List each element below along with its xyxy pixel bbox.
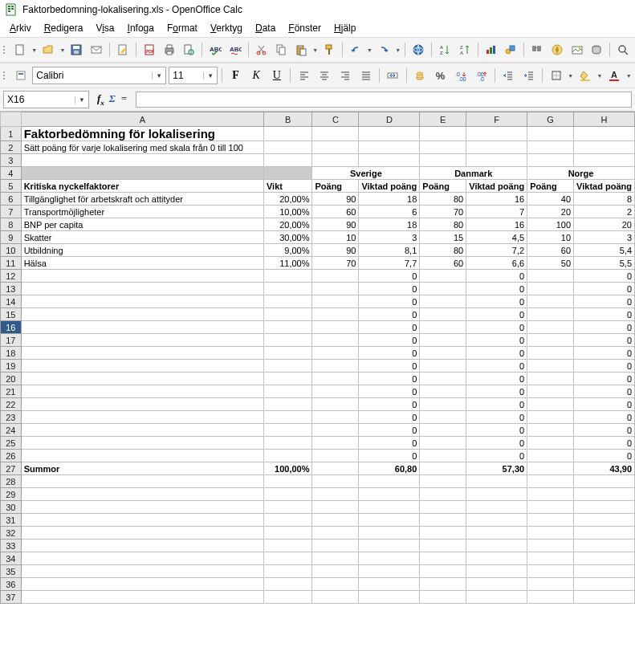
cell[interactable] <box>21 411 263 424</box>
cell[interactable]: 0 <box>466 295 527 308</box>
cell[interactable]: Sätt poäng för varje lokalisering med sk… <box>21 141 263 154</box>
cell[interactable]: 0 <box>574 450 635 462</box>
cell[interactable] <box>263 488 311 501</box>
cell[interactable] <box>312 334 359 347</box>
cell[interactable] <box>21 527 263 540</box>
cell[interactable]: 20,00% <box>263 193 311 206</box>
menu-infoga[interactable]: Infoga <box>123 21 159 35</box>
cell[interactable]: 6 <box>359 206 420 218</box>
cell[interactable] <box>527 488 574 501</box>
cell[interactable] <box>420 552 466 565</box>
row-header[interactable]: 34 <box>1 552 22 565</box>
cell[interactable] <box>263 321 311 334</box>
cell[interactable] <box>527 501 574 514</box>
cell[interactable] <box>420 411 466 424</box>
cell[interactable] <box>359 578 420 591</box>
cell[interactable]: 0 <box>574 347 635 360</box>
cell[interactable] <box>527 540 574 552</box>
cell[interactable] <box>263 552 311 565</box>
decrease-indent-button[interactable] <box>499 66 518 85</box>
cell[interactable]: Viktad poäng <box>359 180 420 193</box>
row-header[interactable]: 32 <box>1 527 22 540</box>
cell[interactable]: 0 <box>574 295 635 308</box>
cell[interactable]: 100,00% <box>263 462 311 475</box>
cell[interactable] <box>420 475 466 488</box>
toolbar-grip[interactable] <box>3 67 8 83</box>
cell[interactable]: 80 <box>420 244 466 257</box>
cell[interactable] <box>466 141 527 154</box>
cell[interactable] <box>21 334 263 347</box>
row-header[interactable]: 15 <box>1 308 22 321</box>
cell[interactable] <box>263 450 311 462</box>
cell[interactable] <box>527 295 574 308</box>
row-header[interactable]: 14 <box>1 295 22 308</box>
cell[interactable] <box>527 450 574 462</box>
cell[interactable]: 0 <box>466 450 527 462</box>
cell[interactable]: 5,5 <box>574 257 635 270</box>
row-header[interactable]: 16 <box>1 321 22 334</box>
cell[interactable]: 10 <box>527 231 574 244</box>
fill-color-dropdown[interactable]: ▼ <box>596 67 603 84</box>
cell[interactable] <box>420 308 466 321</box>
undo-button[interactable] <box>347 40 364 59</box>
menu-fonster[interactable]: Fönster <box>283 21 326 35</box>
cell[interactable] <box>263 565 311 578</box>
borders-dropdown[interactable]: ▼ <box>568 67 574 84</box>
cell[interactable] <box>312 154 359 167</box>
row-header[interactable]: 37 <box>1 591 22 604</box>
cell[interactable]: 0 <box>359 321 420 334</box>
cell[interactable] <box>359 475 420 488</box>
cell[interactable] <box>263 283 311 295</box>
cell[interactable] <box>263 398 311 411</box>
cell[interactable]: 15 <box>420 231 466 244</box>
cell[interactable]: 43,90 <box>574 462 635 475</box>
cell[interactable]: 90 <box>312 218 359 231</box>
cell[interactable] <box>21 514 263 527</box>
row-header[interactable]: 26 <box>1 450 22 462</box>
cell[interactable]: 16 <box>466 218 527 231</box>
datasources-button[interactable] <box>588 40 605 59</box>
cell[interactable] <box>574 540 635 552</box>
sort-desc-button[interactable]: ZA <box>456 40 474 59</box>
cell[interactable] <box>527 154 574 167</box>
cell[interactable] <box>312 321 359 334</box>
row-header[interactable]: 7 <box>1 206 22 218</box>
cell[interactable] <box>312 488 359 501</box>
cell[interactable] <box>420 295 466 308</box>
cell[interactable]: 0 <box>574 385 635 398</box>
cell[interactable] <box>21 385 263 398</box>
cell[interactable]: 0 <box>359 398 420 411</box>
cell[interactable] <box>420 437 466 450</box>
cell[interactable] <box>466 488 527 501</box>
cell[interactable] <box>312 373 359 385</box>
cell[interactable]: 10,00% <box>263 206 311 218</box>
cell[interactable]: 60 <box>420 257 466 270</box>
cell[interactable]: 0 <box>359 437 420 450</box>
styles-button[interactable] <box>12 66 31 85</box>
cell[interactable] <box>527 437 574 450</box>
spellcheck-button[interactable]: ABC <box>206 40 224 59</box>
cell[interactable] <box>420 141 466 154</box>
cell[interactable]: 0 <box>359 308 420 321</box>
cell[interactable] <box>527 127 574 141</box>
cell[interactable]: 11,00% <box>263 257 311 270</box>
cell[interactable]: 0 <box>359 385 420 398</box>
row-header[interactable]: 23 <box>1 411 22 424</box>
cell[interactable] <box>574 552 635 565</box>
cell[interactable] <box>466 591 527 604</box>
row-header[interactable]: 22 <box>1 398 22 411</box>
row-header[interactable]: 25 <box>1 437 22 450</box>
cell[interactable] <box>527 347 574 360</box>
cell[interactable]: 10 <box>312 231 359 244</box>
cell[interactable]: Vikt <box>263 180 311 193</box>
cell[interactable]: 0 <box>466 347 527 360</box>
cell[interactable] <box>21 283 263 295</box>
cell[interactable] <box>527 283 574 295</box>
cell[interactable]: 20,00% <box>263 218 311 231</box>
cell[interactable] <box>359 141 420 154</box>
show-draw-button[interactable] <box>502 40 519 59</box>
cell[interactable] <box>312 514 359 527</box>
cell[interactable] <box>21 167 263 180</box>
cell[interactable] <box>574 591 635 604</box>
row-header[interactable]: 27 <box>1 462 22 475</box>
